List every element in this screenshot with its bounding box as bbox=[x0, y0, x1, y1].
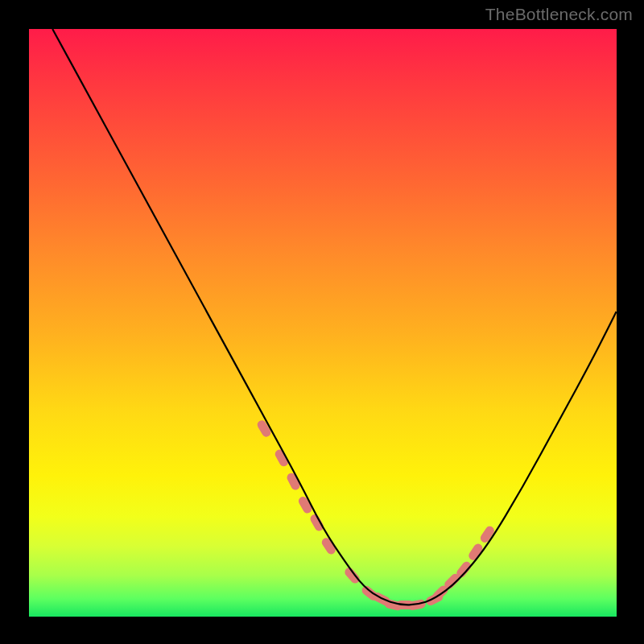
chart-frame: TheBottleneck.com bbox=[0, 0, 644, 644]
plot-area bbox=[29, 29, 617, 617]
watermark-text: TheBottleneck.com bbox=[485, 5, 633, 24]
curve-layer bbox=[29, 29, 617, 617]
highlight-pill bbox=[343, 566, 361, 585]
highlight-points-group bbox=[256, 419, 496, 611]
bottleneck-curve bbox=[52, 29, 617, 605]
